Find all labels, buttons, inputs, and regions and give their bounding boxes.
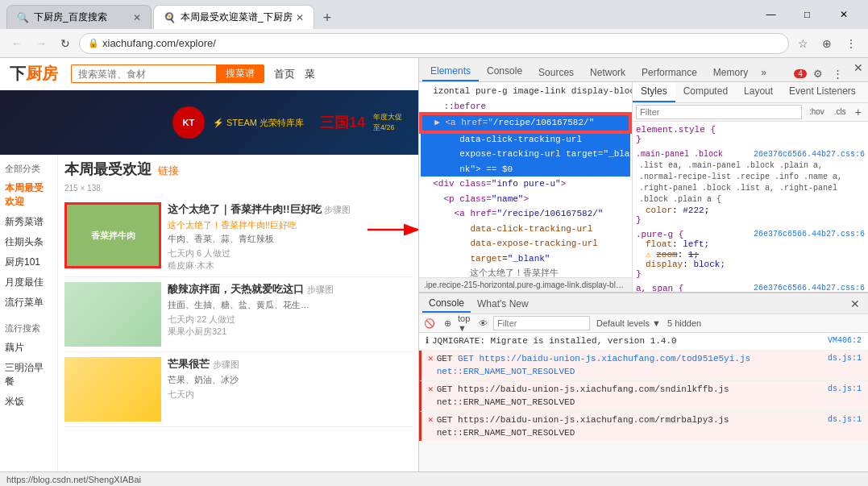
dt-tab-memory[interactable]: Memory: [705, 64, 756, 81]
recipe-title-1[interactable]: 这个太绝了｜香菜拌牛肉!!巨好吃 步骤图: [168, 202, 412, 217]
sidebar-search-label: 流行搜索: [3, 319, 54, 338]
html-line-2: ::before: [421, 99, 630, 114]
sidebar-item-new[interactable]: 新秀菜谱: [3, 212, 54, 232]
styles-tab-layout[interactable]: Layout: [736, 82, 781, 102]
address-bar[interactable]: 🔒 xiachufang.com/explore/: [79, 33, 789, 54]
tab-1-close[interactable]: ✕: [133, 12, 141, 23]
msg-4-file[interactable]: ds.js:1: [828, 413, 862, 426]
new-tab-button[interactable]: +: [316, 6, 338, 29]
styles-content: element.style { } 26e376c6566.44b27.css:…: [633, 122, 868, 292]
html-line-6: data-click-tracking-url: [421, 222, 630, 237]
html-line-note: 这个太绝了！香菜拌牛: [421, 266, 630, 277]
styles-filter-input[interactable]: [636, 105, 802, 119]
console-tab-bar: Console What's New ✕: [419, 293, 868, 314]
bookmark-button[interactable]: ☆: [792, 33, 813, 54]
styles-tab-events[interactable]: Event Listeners: [781, 82, 864, 102]
msg-1-file[interactable]: VM406:2: [828, 334, 862, 347]
sidebar-item-trending[interactable]: 流行菜单: [3, 293, 54, 313]
site-logo[interactable]: 下厨房: [10, 63, 58, 85]
tab-2-favicon: 🍳: [164, 12, 176, 23]
sidebar-item-sandwich[interactable]: 三明治早餐: [3, 358, 54, 392]
msg-3-file[interactable]: ds.js:1: [828, 383, 862, 395]
win-minimize[interactable]: —: [753, 0, 789, 29]
back-button[interactable]: ←: [6, 33, 27, 54]
html-line-7: data-expose-tracking-url: [421, 236, 630, 251]
pseudo-cls-btn[interactable]: .cls: [830, 106, 850, 118]
search-input[interactable]: [71, 64, 216, 83]
console-expand-btn[interactable]: ⊕: [440, 316, 455, 330]
dt-tab-more[interactable]: »: [756, 64, 771, 81]
dt-tab-sources[interactable]: Sources: [530, 64, 582, 81]
sidebar-item-101[interactable]: 厨房101: [3, 252, 54, 272]
msg-2-file[interactable]: ds.js:1: [828, 352, 862, 364]
add-style-btn[interactable]: +: [852, 106, 865, 118]
pseudo-hov-btn[interactable]: :hov: [805, 106, 829, 118]
recipe-item-3[interactable]: 芒果很芒 步骤图 芒果、奶油、冰沙 七天内: [64, 352, 412, 427]
styles-tab-styles[interactable]: Styles: [633, 82, 675, 102]
msg-4-icon: ✕: [428, 413, 434, 427]
dt-tab-performance[interactable]: Performance: [633, 64, 705, 81]
dt-tab-network[interactable]: Network: [582, 64, 633, 81]
msg-4-text: GET https://baidu-union-js.xiachufang.co…: [437, 413, 824, 440]
nav-more[interactable]: 菜: [305, 67, 315, 81]
html-line-8: target="_blank": [421, 251, 630, 267]
win-maximize[interactable]: □: [789, 0, 825, 29]
console-filter-input[interactable]: [493, 316, 590, 330]
section-link[interactable]: 链接: [158, 164, 179, 178]
breadcrumb-bar[interactable]: .ipe.recipe-215-horizontal.pure-g.image-…: [419, 277, 632, 292]
console-msg-3: ✕ GET https://baidu-union-js.xiachufang.…: [419, 381, 868, 412]
msg-2-text: GET GET https://baidu-union-js.xiachufan…: [437, 352, 824, 379]
search-button[interactable]: 搜菜谱: [216, 64, 264, 83]
console-context-btn[interactable]: top ▼: [458, 316, 472, 330]
recipe-thumb-3: [64, 357, 161, 422]
console-hidden-count: 5 hidden: [667, 318, 701, 328]
msg-3-text: GET https://baidu-union-js.xiachufang.co…: [437, 383, 824, 409]
recipe-info-2: 酸辣凉拌面，天热就爱吃这口 步骤图 挂面、生抽、糖、盐、黄瓜、花生… 七天内 2…: [168, 282, 412, 347]
recipe-thumb-1: 香菜拌牛肉: [64, 202, 161, 268]
nav-home[interactable]: 首页: [274, 67, 295, 81]
refresh-button[interactable]: ↻: [55, 33, 76, 54]
recipe-title-2[interactable]: 酸辣凉拌面，天热就爱吃这口 步骤图: [168, 282, 412, 297]
console-tab-console[interactable]: Console: [422, 295, 471, 313]
dt-menu-button[interactable]: ⋮: [829, 65, 845, 81]
sidebar-all-category[interactable]: 全部分类: [3, 160, 54, 178]
sidebar-item-popular[interactable]: 本周最受欢迎: [3, 178, 54, 212]
menu-button[interactable]: ⋮: [841, 33, 862, 54]
win-close[interactable]: ✕: [825, 0, 862, 29]
sidebar-item-lotus[interactable]: 藕片: [3, 338, 54, 358]
devtools-close-button[interactable]: ✕: [850, 60, 866, 76]
styles-tab-computed[interactable]: Computed: [675, 82, 736, 102]
sidebar-item-headlines[interactable]: 往期头条: [3, 232, 54, 252]
msg-3-icon: ✕: [428, 383, 434, 397]
tab-2-title: 本周最受欢迎菜谱_下厨房: [181, 10, 293, 24]
recipe-title-3[interactable]: 芒果很芒 步骤图: [168, 357, 412, 372]
section-title: 本周最受欢迎: [64, 160, 152, 179]
dt-tab-elements[interactable]: Elements: [422, 62, 479, 81]
sidebar-item-best[interactable]: 月度最佳: [3, 272, 54, 293]
forward-button[interactable]: →: [31, 33, 52, 54]
console-levels-select[interactable]: Default levels ▼: [593, 318, 664, 328]
dt-tab-console[interactable]: Console: [479, 62, 530, 81]
tab-1[interactable]: 🔍 下厨房_百度搜索 ✕: [6, 5, 152, 29]
style-rule-element: element.style { }: [636, 125, 865, 144]
console-tab-whatsnew[interactable]: What's New: [471, 296, 535, 312]
recipe-author-2: 果果小厨房321: [168, 326, 412, 338]
console-close-btn[interactable]: ✕: [845, 297, 865, 310]
dt-settings-button[interactable]: ⚙: [810, 65, 826, 81]
console-eye-btn[interactable]: 👁: [476, 316, 490, 330]
html-line-3: <div class="info pure-u">: [421, 177, 630, 192]
tab-2[interactable]: 🍳 本周最受欢迎菜谱_下厨房 ✕: [153, 5, 314, 29]
html-line-4: <p class="name">: [421, 192, 630, 207]
recipe-info-1: 这个太绝了｜香菜拌牛肉!!巨好吃 步骤图 这个太绝了！香菜拌牛肉!!巨好吃 牛肉…: [168, 202, 412, 272]
recipe-note: 这个太绝了！香菜拌牛肉!!巨好吃: [168, 219, 412, 231]
tab-2-close[interactable]: ✕: [296, 12, 304, 23]
profile-button[interactable]: ⊕: [816, 33, 837, 54]
html-line-5: <a href="/recipe/106167582/": [421, 206, 630, 222]
recipe-item-1[interactable]: 香菜拌牛肉 这个太绝了｜香菜拌牛肉!!巨好吃 步骤图 这个太绝了！香菜拌牛肉!!…: [64, 197, 412, 277]
sidebar-item-rice[interactable]: 米饭: [3, 392, 54, 412]
styles-filter-bar: :hov .cls +: [633, 103, 868, 122]
console-clear-btn[interactable]: 🚫: [422, 316, 437, 330]
html-line-selected[interactable]: ▶ <a href="/recipe/106167582/": [421, 114, 630, 132]
recipe-item-2[interactable]: 酸辣凉拌面，天热就爱吃这口 步骤图 挂面、生抽、糖、盐、黄瓜、花生… 七天内 2…: [64, 277, 412, 352]
banner: KT ⚡ STEAM 光荣特库库 三国14 年度大促至4/26: [0, 90, 418, 155]
